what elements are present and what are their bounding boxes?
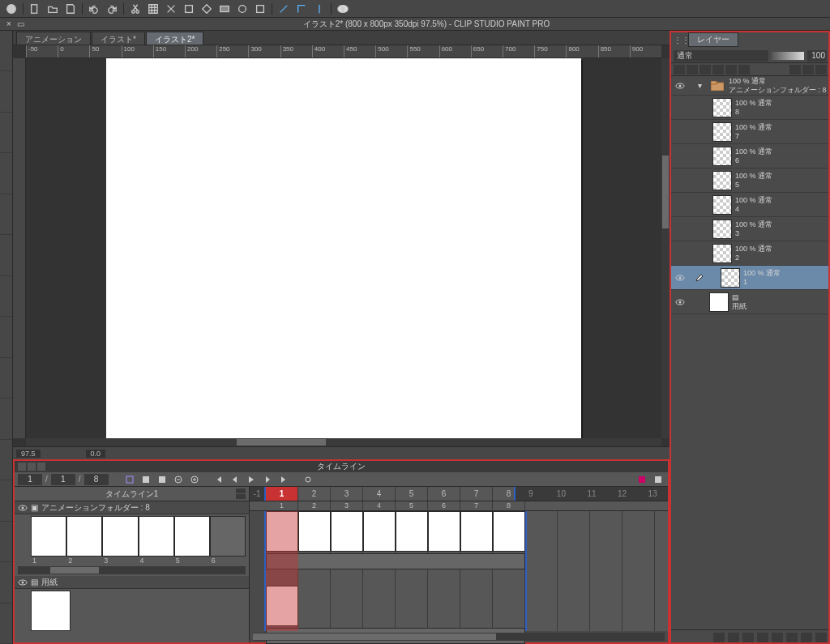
frame-tick[interactable]: 3 [331,487,363,501]
zoom-out-icon[interactable] [172,474,185,485]
frame-tick[interactable]: 5 [396,487,428,501]
frame-cell[interactable] [493,511,525,552]
layer-folder[interactable]: ▾ 100 % 通常 アニメーションフォルダー : 8 [670,76,830,96]
frame-cell[interactable] [298,511,331,552]
frame-tick[interactable]: 7 [460,487,493,501]
mask-add-icon[interactable] [772,633,783,642]
frame-ruler[interactable]: -1 1 2 3 4 5 6 7 8 9 10 11 12 [250,487,668,501]
tab-illust1[interactable]: イラスト* [92,32,145,45]
eye-icon[interactable] [670,81,690,91]
track-strip[interactable] [266,553,525,569]
frame-current[interactable]: 1 [266,487,298,501]
draft-icon[interactable] [725,65,737,75]
new-layer-icon[interactable] [713,633,725,642]
light-icon[interactable] [652,474,665,485]
lock-pixel-icon[interactable] [687,65,698,75]
grid-icon[interactable] [145,2,161,16]
lock-icon[interactable] [738,65,750,75]
cel-thumb[interactable] [102,516,138,557]
frame-cell[interactable] [363,511,396,552]
undo-icon[interactable] [86,2,102,16]
expand-icon[interactable]: ▾ [690,81,709,90]
cut-icon[interactable] [127,2,143,16]
timeline-hscroll[interactable] [253,633,665,641]
frame-tick[interactable]: 2 [298,487,331,501]
zoom-value[interactable]: 97.5 [16,450,41,458]
layer-row-selected[interactable]: 100 % 通常1 [670,266,830,290]
open-file-icon[interactable] [45,2,61,16]
tab-animation[interactable]: アニメーション [16,32,91,45]
cel-thumb[interactable] [210,516,246,557]
eye-icon[interactable] [18,503,28,513]
play-icon[interactable] [245,474,258,485]
ref-icon[interactable] [712,65,724,75]
fill-icon[interactable] [199,2,215,16]
timeline-min-icon[interactable] [28,463,36,471]
tool-palette[interactable] [0,31,13,644]
cel-thumb[interactable] [174,516,210,557]
tone-icon[interactable] [234,2,250,16]
redo-icon[interactable] [104,2,120,16]
mask-icon[interactable] [789,65,801,75]
clip-icon[interactable] [700,65,711,75]
lock-alpha-icon[interactable] [674,65,685,75]
color-icon[interactable] [815,65,827,75]
layer-row[interactable]: 100 % 通常6 [670,144,830,168]
tab-illust2[interactable]: イラスト2* [146,32,203,45]
layer-tab[interactable]: レイヤー [688,32,738,47]
layer-row[interactable]: 100 % 通常4 [670,193,830,217]
cel-thumb[interactable] [66,516,102,557]
go-end-icon[interactable] [277,474,290,485]
frame-denoma[interactable]: 1 [51,474,75,485]
opacity-value[interactable]: 100 [807,50,827,62]
new-folder-icon[interactable] [728,633,739,642]
paper-thumb[interactable] [31,591,71,631]
panel-grip-icon[interactable]: ⋮⋮ [674,36,685,45]
frame-cell[interactable] [396,511,428,552]
loop-icon[interactable] [302,474,314,485]
texture-icon[interactable] [252,2,268,16]
cel-thumb[interactable] [139,516,174,557]
next-frame-icon[interactable] [261,474,274,485]
tracklist-hscroll[interactable] [18,566,246,574]
snap-special-icon[interactable] [293,2,310,16]
cel-thumb[interactable] [31,516,66,557]
layer-row[interactable]: 100 % 通常3 [670,217,830,241]
clear-icon[interactable] [163,2,179,16]
blend-mode-select[interactable]: 通常 [674,50,768,62]
outside-icon[interactable] [181,2,197,16]
start-marker[interactable]: -1 [250,487,266,501]
canvas-page[interactable] [106,58,581,438]
timeline-close-icon[interactable] [18,463,26,471]
canvas-vscroll[interactable] [661,58,670,438]
gradient-icon[interactable] [216,2,233,16]
frame-cell[interactable] [428,511,460,552]
opacity-slider[interactable] [772,52,804,60]
frame-tick[interactable]: 6 [428,487,460,501]
layer-row[interactable]: 100 % 通常8 [670,96,830,120]
timeline-spinner[interactable] [236,488,246,500]
zoom-in-icon[interactable] [188,474,201,485]
timeline-menu-icon[interactable] [37,463,45,471]
layer-paper[interactable]: ▤用紙 [670,290,830,314]
canvas-viewport[interactable] [26,58,661,438]
current-frame[interactable]: 1 [18,474,42,485]
layer-row[interactable]: 100 % 通常2 [670,241,830,266]
save-icon[interactable] [62,2,79,16]
ruler-icon[interactable] [802,65,814,75]
eye-icon[interactable] [670,273,690,283]
frame-tick[interactable]: 4 [363,487,396,501]
tl-btn-b[interactable] [156,474,169,485]
snap-ruler-icon[interactable] [276,2,292,16]
clip-studio-icon[interactable] [3,2,19,16]
go-start-icon[interactable] [212,474,225,485]
playhead-column[interactable] [266,511,298,631]
track-anim-folder[interactable]: ▣ アニメーションフォルダー : 8 [15,501,249,514]
layer-row[interactable]: 100 % 通常7 [670,120,830,144]
snap-grid-icon[interactable] [311,2,327,16]
timeline-name[interactable]: タイムライン1 [105,488,159,500]
frame-cell[interactable] [460,511,493,552]
new-file-icon[interactable] [27,2,43,16]
mask-enable-icon[interactable] [786,633,798,642]
end-marker[interactable]: 9 10 11 12 13 [514,487,668,501]
